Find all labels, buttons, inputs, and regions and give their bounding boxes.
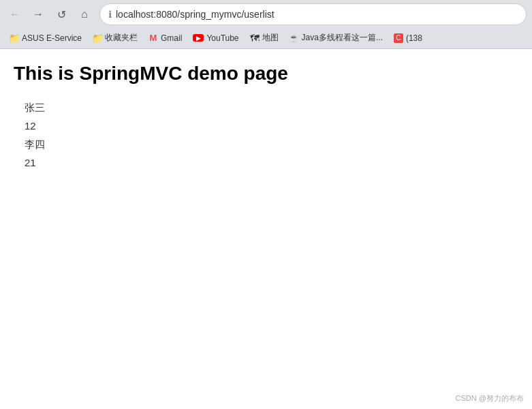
user-age-2: 21 [25, 153, 518, 172]
bookmark-label: (138 [406, 33, 422, 43]
folder-icon: 📁 [10, 33, 19, 43]
youtube-icon: ▶ [193, 34, 204, 42]
nav-controls: ← → ↺ ⌂ [5, 5, 94, 24]
gmail-icon: M [148, 33, 158, 43]
folder-icon: 📁 [93, 33, 102, 43]
bookmarks-bar: 📁 ASUS E-Service 📁 收藏夹栏 M Gmail ▶ YouTub… [0, 29, 532, 49]
page-content: This is SpringMVC demo page 张三 12 李四 21 [0, 49, 532, 409]
user-age-1: 12 [25, 117, 518, 135]
bookmark-youtube[interactable]: ▶ YouTube [189, 32, 242, 44]
csdn-icon: C [394, 33, 403, 43]
bookmark-label: YouTube [206, 33, 238, 43]
bookmark-label: Java多线程看这一篇... [302, 32, 383, 44]
bookmark-asus[interactable]: 📁 ASUS E-Service [5, 32, 86, 44]
user-list: 张三 12 李四 21 [25, 98, 518, 172]
back-button[interactable]: ← [5, 5, 25, 24]
url-input[interactable] [116, 9, 518, 20]
refresh-button[interactable]: ↺ [52, 5, 71, 24]
bookmark-favorites[interactable]: 📁 收藏夹栏 [89, 31, 142, 45]
bookmark-gmail[interactable]: M Gmail [144, 32, 186, 44]
nav-bar: ← → ↺ ⌂ ℹ [0, 0, 532, 29]
forward-button[interactable]: → [29, 5, 48, 24]
bookmark-label: ASUS E-Service [22, 33, 82, 43]
bookmark-label: 收藏夹栏 [105, 32, 138, 44]
java-icon: ☕ [290, 33, 299, 43]
browser-chrome: ← → ↺ ⌂ ℹ 📁 ASUS E-Service 📁 收藏夹栏 M Gmai… [0, 0, 532, 49]
maps-icon: 🗺 [250, 33, 260, 43]
bookmark-java[interactable]: ☕ Java多线程看这一篇... [285, 31, 387, 45]
user-name-1: 张三 [25, 98, 518, 117]
home-button[interactable]: ⌂ [75, 5, 94, 24]
watermark: CSDN @努力的布布 [456, 393, 524, 404]
info-icon: ℹ [108, 9, 112, 20]
bookmark-maps[interactable]: 🗺 地图 [246, 31, 283, 45]
page-title: This is SpringMVC demo page [14, 63, 518, 85]
bookmark-label: Gmail [161, 33, 182, 43]
bookmark-label: 地图 [262, 32, 279, 44]
address-bar[interactable]: ℹ [99, 3, 527, 25]
bookmark-csdn[interactable]: C (138 [390, 32, 426, 44]
user-name-2: 李四 [25, 135, 518, 153]
